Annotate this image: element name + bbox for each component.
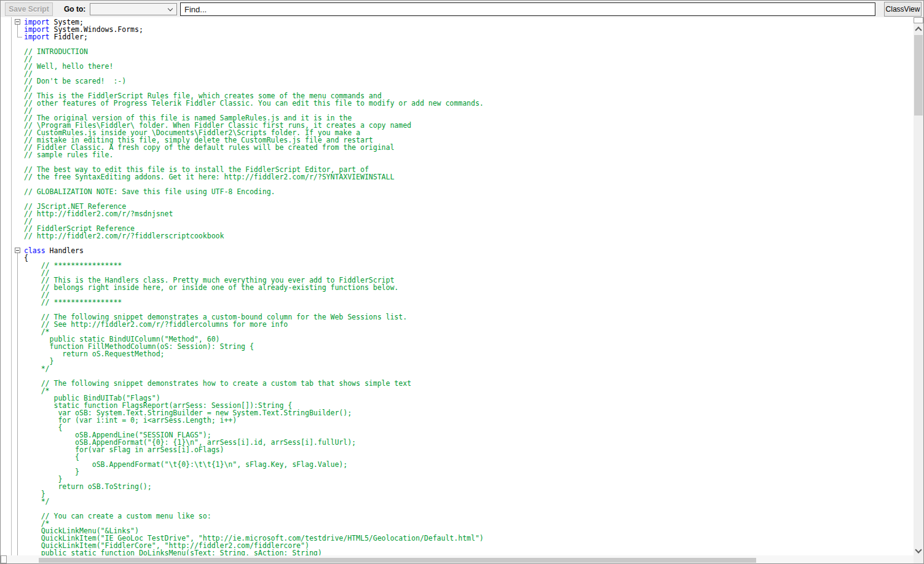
vertical-scrollbar-thumb[interactable] bbox=[914, 35, 923, 116]
fold-line bbox=[17, 25, 18, 37]
code-line[interactable]: class Handlers bbox=[24, 247, 914, 254]
code-token: // The following snippet demonstrates ho… bbox=[24, 379, 411, 388]
fold-line-end-tick bbox=[17, 37, 22, 37]
script-editor: import System;import System.Windows.Form… bbox=[1, 17, 923, 563]
code-token: */ bbox=[24, 364, 50, 373]
code-token: // sample rules file. bbox=[24, 151, 113, 159]
scrollbar-splitter-handle[interactable] bbox=[914, 17, 923, 23]
classview-button[interactable]: ClassView bbox=[884, 2, 922, 17]
code-line[interactable]: oSB.AppendFormat("\t{0}:\t\t{1}\n", sFla… bbox=[24, 461, 914, 468]
code-line[interactable]: // the free SyntaxEditing addons. Get it… bbox=[24, 173, 914, 181]
fold-line bbox=[17, 253, 18, 556]
code-line[interactable]: // Don't be scared! :-) bbox=[24, 77, 914, 85]
code-line[interactable]: // Fiddler Classic. A fresh copy of the … bbox=[24, 144, 914, 151]
chevron-up-icon bbox=[915, 26, 922, 33]
hscroll-gripper-handle[interactable] bbox=[1, 555, 7, 563]
code-line[interactable]: // bbox=[24, 291, 914, 299]
code-line[interactable]: /* bbox=[24, 520, 914, 527]
goto-combobox[interactable] bbox=[90, 3, 177, 15]
code-line[interactable] bbox=[24, 240, 914, 247]
code-line[interactable]: */ bbox=[24, 365, 914, 372]
code-token: // You can create a custom menu like so: bbox=[24, 512, 211, 520]
code-token: // See http://fiddler2.com/r/?fiddlercol… bbox=[24, 320, 288, 329]
code-token: // belongs right inside here, or inside … bbox=[24, 283, 398, 292]
code-line[interactable]: // bbox=[24, 55, 914, 63]
code-token: // http://fiddler2.com/r/?msdnjsnet bbox=[24, 210, 173, 218]
code-line[interactable]: // See http://fiddler2.com/r/?fiddlercol… bbox=[24, 321, 914, 328]
code-token: // the free SyntaxEditing addons. Get it… bbox=[24, 173, 394, 181]
code-line[interactable]: // http://fiddler2.com/r/?msdnjsnet bbox=[24, 210, 914, 217]
code-line[interactable]: } bbox=[24, 468, 914, 476]
code-line[interactable]: // You can create a custom menu like so: bbox=[24, 512, 914, 520]
code-token: // Well, hello there! bbox=[24, 62, 113, 71]
code-line[interactable]: for (var i:int = 0; i<arrSess.Length; i+… bbox=[24, 417, 914, 424]
code-token: Handlers bbox=[45, 246, 84, 255]
vertical-scrollbar[interactable] bbox=[914, 17, 923, 563]
goto-label: Go to: bbox=[64, 5, 85, 14]
code-line[interactable]: // Well, hello there! bbox=[24, 63, 914, 70]
code-line[interactable]: // http://fiddler2.com/r/?fiddlerscriptc… bbox=[24, 232, 914, 240]
code-line[interactable]: return oS.RequestMethod; bbox=[24, 350, 914, 358]
code-line[interactable]: import System; bbox=[24, 18, 914, 26]
code-line[interactable]: // INTRODUCTION bbox=[24, 48, 914, 55]
fiddlerscript-editor-window: Save Script Go to: ClassView import Syst… bbox=[0, 0, 924, 564]
fold-toggle-icon[interactable] bbox=[15, 19, 20, 25]
code-line[interactable]: // belongs right inside here, or inside … bbox=[24, 284, 914, 291]
chevron-down-icon bbox=[168, 6, 173, 11]
horizontal-scrollbar[interactable] bbox=[1, 555, 914, 563]
code-token: // INTRODUCTION bbox=[24, 47, 88, 56]
code-token: // Don't be scared! :-) bbox=[24, 77, 126, 85]
code-line[interactable]: // bbox=[24, 217, 914, 225]
code-token: // http://fiddler2.com/r/?fiddlerscriptc… bbox=[24, 232, 224, 240]
code-area[interactable]: import System;import System.Windows.Form… bbox=[24, 17, 914, 563]
code-line[interactable]: } bbox=[24, 490, 914, 498]
code-token: Fiddler; bbox=[50, 33, 88, 41]
code-line[interactable]: // other features of Progress Telerik Fi… bbox=[24, 100, 914, 107]
code-token: */ bbox=[24, 497, 50, 506]
scroll-up-button[interactable] bbox=[914, 23, 923, 34]
code-token: // **************** bbox=[24, 298, 122, 307]
chevron-down-icon bbox=[915, 546, 922, 553]
code-line[interactable]: for(var sFlag in arrSess[i].oFlags) bbox=[24, 446, 914, 453]
fold-toggle-icon[interactable] bbox=[15, 248, 20, 253]
code-token: import bbox=[24, 33, 50, 41]
code-line[interactable]: { bbox=[24, 254, 914, 262]
code-line[interactable]: // The following snippet demonstrates ho… bbox=[24, 380, 914, 387]
code-line[interactable]: import Fiddler; bbox=[24, 33, 914, 41]
code-token: // GLOBALIZATION NOTE: Save this file us… bbox=[24, 187, 275, 196]
code-line[interactable] bbox=[24, 195, 914, 203]
toolbar: Save Script Go to: ClassView bbox=[1, 1, 923, 18]
code-line[interactable]: */ bbox=[24, 498, 914, 505]
code-line[interactable]: // **************** bbox=[24, 262, 914, 269]
code-line[interactable]: // sample rules file. bbox=[24, 151, 914, 159]
code-token: // other features of Progress Telerik Fi… bbox=[24, 99, 484, 108]
code-line[interactable]: import System.Windows.Forms; bbox=[24, 26, 914, 33]
scrollbar-corner bbox=[914, 555, 923, 563]
code-line[interactable]: // GLOBALIZATION NOTE: Save this file us… bbox=[24, 188, 914, 195]
code-line[interactable]: } bbox=[24, 476, 914, 483]
code-line[interactable]: // **************** bbox=[24, 299, 914, 306]
code-line[interactable] bbox=[24, 41, 914, 48]
scroll-down-button[interactable] bbox=[914, 546, 923, 556]
icon-bar-margin bbox=[1, 17, 12, 556]
code-line[interactable]: } bbox=[24, 358, 914, 365]
find-input[interactable] bbox=[180, 2, 875, 16]
horizontal-scrollbar-thumb[interactable] bbox=[39, 558, 756, 563]
code-line[interactable]: return oSB.ToString(); bbox=[24, 483, 914, 490]
save-script-button[interactable]: Save Script bbox=[5, 2, 53, 16]
code-line[interactable]: // bbox=[24, 70, 914, 77]
